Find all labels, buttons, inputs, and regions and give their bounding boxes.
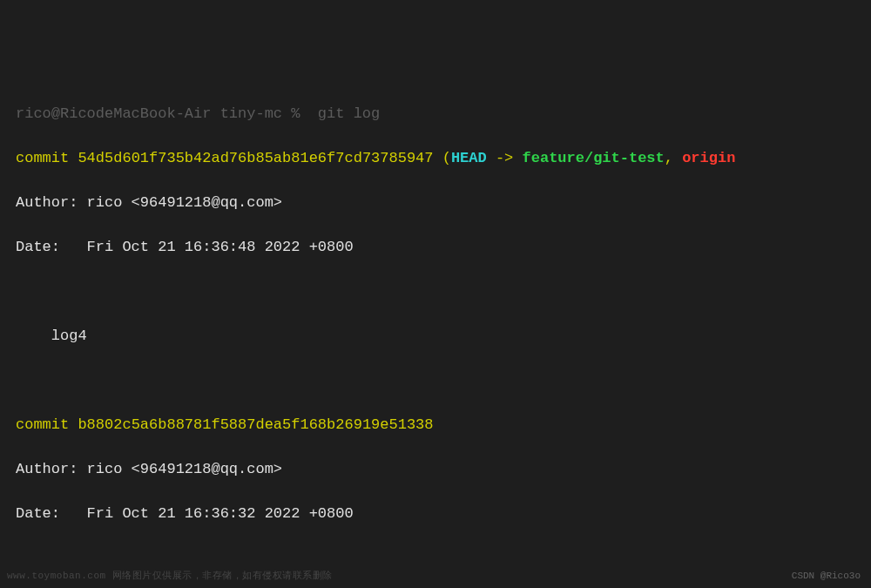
author-line: Author: rico <96491218@qq.com> (16, 458, 855, 481)
watermark-source: www.toymoban.com 网络图片仅供展示，非存储，如有侵权请联系删除 (7, 569, 333, 584)
commit-label: commit (16, 416, 78, 433)
ref-open: ( (434, 150, 451, 166)
commit-hash: b8802c5a6b88781f5887dea5f168b26919e51338 (78, 416, 433, 433)
ref-sep: , (665, 150, 682, 166)
author-line: Author: rico <96491218@qq.com> (16, 192, 855, 214)
remote-branch: origin (682, 150, 735, 166)
commit-label: commit (16, 150, 78, 166)
commit-line-1: commit b8802c5a6b88781f5887dea5f168b2691… (16, 414, 855, 436)
blank-line (16, 369, 855, 392)
head-arrow: -> (487, 150, 523, 166)
commit-line-0: commit 54d5d601f735b42ad76b85ab81e6f7cd7… (16, 147, 855, 170)
terminal-output[interactable]: rico@RicodeMacBook-Air tiny-mc % git log… (16, 89, 855, 588)
shell-prompt: rico@RicodeMacBook-Air tiny-mc % git log (16, 103, 855, 125)
watermark-csdn: CSDN @Rico3o (792, 569, 861, 584)
commit-message: log4 (16, 325, 855, 348)
date-line: Date: Fri Oct 21 16:36:32 2022 +0800 (16, 503, 855, 525)
commit-hash: 54d5d601f735b42ad76b85ab81e6f7cd73785947 (78, 150, 433, 166)
blank-line (16, 547, 855, 570)
head-ref: HEAD (451, 150, 487, 166)
local-branch: feature/git-test (523, 150, 665, 166)
date-line: Date: Fri Oct 21 16:36:48 2022 +0800 (16, 236, 855, 259)
blank-line (16, 280, 855, 303)
